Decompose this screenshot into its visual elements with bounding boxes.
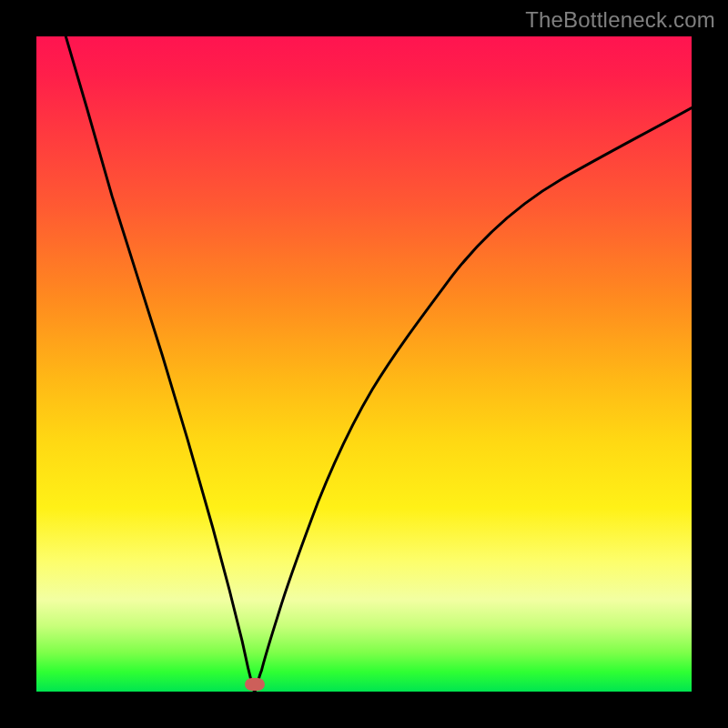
curve-left-branch — [66, 36, 255, 692]
attribution-watermark: TheBottleneck.com — [525, 7, 715, 33]
bottleneck-curve — [66, 36, 692, 692]
vertex-marker — [245, 678, 265, 691]
curve-layer — [36, 36, 692, 692]
chart-frame: TheBottleneck.com — [0, 0, 728, 728]
curve-right-branch — [255, 107, 692, 692]
plot-area — [36, 36, 692, 692]
